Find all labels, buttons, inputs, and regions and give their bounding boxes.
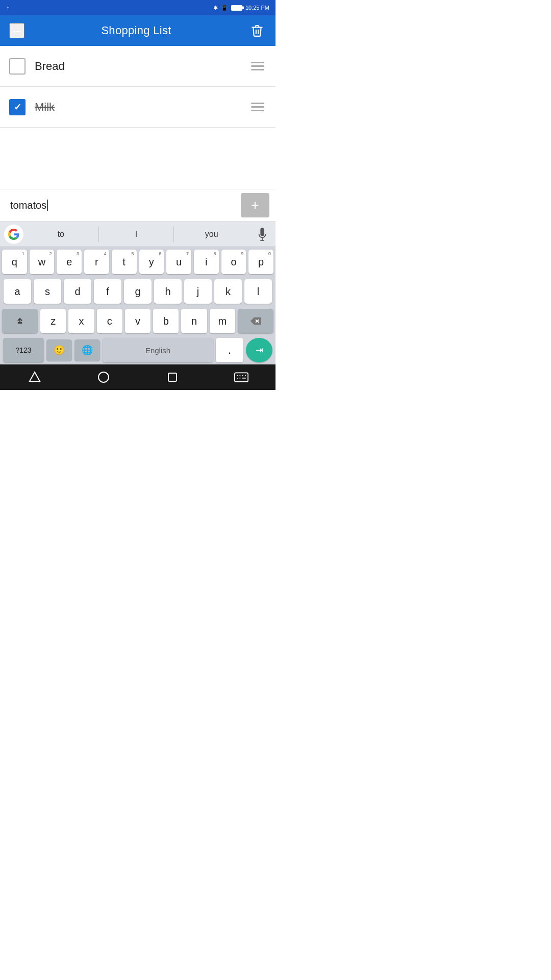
time-label: 10:25 PM: [245, 5, 269, 11]
item-text-milk: Milk: [35, 101, 249, 114]
enter-icon: ⇥: [256, 345, 263, 356]
add-input-display[interactable]: tomatos: [6, 189, 241, 221]
suggestion-you[interactable]: you: [174, 227, 249, 242]
keyboard: to I you 1q 2w 3e 4r 5t 6y 7u 8i 9o 0p a…: [0, 222, 276, 364]
suggestions-row: to I you: [0, 222, 276, 247]
key-u[interactable]: 7u: [166, 250, 191, 274]
globe-key[interactable]: 🌐: [74, 339, 100, 361]
key-g[interactable]: g: [124, 279, 152, 304]
nav-recent-button[interactable]: [162, 367, 183, 387]
suggestion-i[interactable]: I: [99, 227, 174, 242]
key-row-2: a s d f g h j k l: [0, 277, 276, 306]
sim-icon: 📱: [221, 5, 228, 11]
space-key[interactable]: English: [103, 338, 213, 362]
bottom-key-row: ?123 🙂 🌐 English . ⇥: [0, 336, 276, 364]
backspace-key[interactable]: [238, 309, 273, 333]
key-j[interactable]: j: [184, 279, 212, 304]
key-w[interactable]: 2w: [30, 250, 55, 274]
key-l[interactable]: l: [244, 279, 272, 304]
key-n[interactable]: n: [181, 309, 207, 333]
input-row: tomatos +: [0, 189, 276, 222]
key-row-1: 1q 2w 3e 4r 5t 6y 7u 8i 9o 0p: [0, 247, 276, 277]
trash-icon: [251, 23, 264, 38]
key-r[interactable]: 4r: [84, 250, 109, 274]
item-text-bread: Bread: [35, 60, 249, 73]
period-key[interactable]: .: [216, 338, 243, 362]
drag-handle-milk[interactable]: [249, 101, 266, 113]
symbols-key[interactable]: ?123: [3, 338, 44, 362]
key-m[interactable]: m: [210, 309, 235, 333]
key-f[interactable]: f: [94, 279, 121, 304]
svg-rect-3: [18, 322, 22, 324]
shift-key[interactable]: [2, 309, 38, 333]
list-item: Bread: [0, 46, 276, 87]
key-x[interactable]: x: [68, 309, 94, 333]
shopping-list: Bread ✓ Milk: [0, 46, 276, 128]
key-a[interactable]: a: [4, 279, 31, 304]
status-bar: ↑ ✱ 📱 10:25 PM: [0, 0, 276, 15]
key-o[interactable]: 9o: [221, 250, 246, 274]
trash-button[interactable]: [248, 21, 266, 40]
svg-rect-9: [234, 373, 247, 382]
key-c[interactable]: c: [97, 309, 122, 333]
add-icon: +: [251, 198, 259, 212]
key-b[interactable]: b: [153, 309, 179, 333]
system-nav-bar: [0, 364, 276, 390]
key-s[interactable]: s: [34, 279, 61, 304]
key-i[interactable]: 8i: [194, 250, 219, 274]
text-cursor: [47, 200, 48, 211]
nav-back-button[interactable]: [24, 367, 45, 387]
svg-rect-8: [168, 373, 177, 381]
app-bar: ← Shopping List: [0, 15, 276, 46]
suggestion-items: to I you: [23, 227, 249, 242]
key-z[interactable]: z: [40, 309, 66, 333]
google-logo: [4, 225, 23, 244]
bluetooth-icon: ✱: [213, 5, 218, 11]
key-h[interactable]: h: [154, 279, 182, 304]
checkbox-milk[interactable]: ✓: [9, 99, 26, 115]
key-y[interactable]: 6y: [139, 250, 164, 274]
enter-key[interactable]: ⇥: [246, 338, 272, 362]
key-d[interactable]: d: [64, 279, 91, 304]
input-text: tomatos: [10, 200, 46, 211]
svg-point-7: [98, 372, 109, 382]
battery-icon: [231, 5, 242, 11]
key-q[interactable]: 1q: [2, 250, 27, 274]
suggestion-to[interactable]: to: [23, 227, 99, 242]
status-bar-left: ↑: [6, 4, 10, 12]
upload-icon: ↑: [6, 4, 10, 12]
list-item: ✓ Milk: [0, 87, 276, 128]
svg-marker-6: [30, 372, 40, 381]
key-v[interactable]: v: [125, 309, 151, 333]
drag-handle-bread[interactable]: [249, 60, 266, 72]
nav-keyboard-button[interactable]: [231, 367, 252, 387]
key-p[interactable]: 0p: [248, 250, 273, 274]
add-button[interactable]: +: [241, 193, 269, 217]
key-t[interactable]: 5t: [112, 250, 137, 274]
app-bar-title: Shopping List: [101, 24, 171, 37]
checkbox-bread[interactable]: [9, 58, 26, 75]
key-k[interactable]: k: [214, 279, 242, 304]
empty-area: [0, 128, 276, 189]
status-bar-right: ✱ 📱 10:25 PM: [213, 5, 269, 11]
voice-button[interactable]: [253, 225, 271, 243]
emoji-key[interactable]: 🙂: [46, 339, 72, 361]
checkmark-icon: ✓: [14, 103, 21, 112]
back-button[interactable]: ←: [9, 23, 24, 38]
key-row-3: z x c v b n m: [0, 306, 276, 336]
key-e[interactable]: 3e: [57, 250, 82, 274]
nav-home-button[interactable]: [93, 367, 114, 387]
